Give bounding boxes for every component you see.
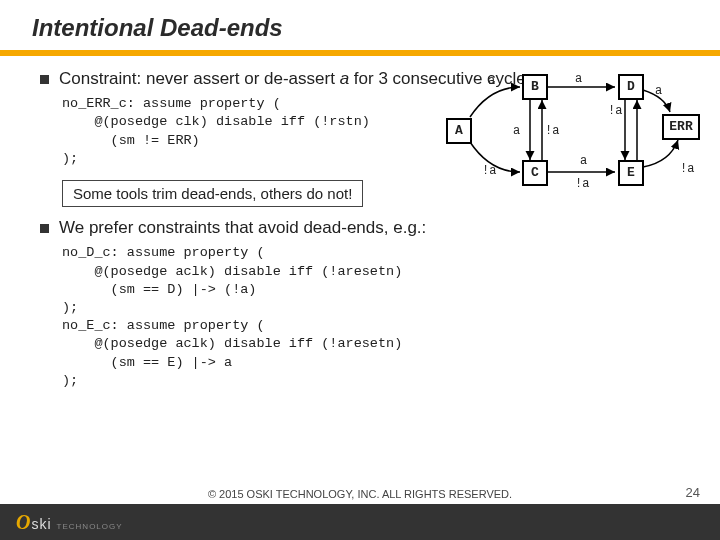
logo-rest: ski (31, 516, 51, 532)
logo-o: O (16, 511, 30, 534)
state-B: B (522, 74, 548, 100)
state-C: C (522, 160, 548, 186)
page-number: 24 (686, 485, 700, 500)
edge-label-a3: a (575, 72, 582, 86)
state-ERR: ERR (662, 114, 700, 140)
state-E: E (618, 160, 644, 186)
state-D: D (618, 74, 644, 100)
bullet-2-text: We prefer constraints that avoid dead-en… (59, 217, 426, 238)
logo-tech: TECHNOLOGY (57, 522, 123, 531)
edge-label-na4: !a (575, 177, 589, 191)
edge-label-na1: !a (482, 164, 496, 178)
footer-bar: O ski TECHNOLOGY (0, 504, 720, 540)
bullet-square-icon (40, 75, 49, 84)
accent-bar (0, 50, 720, 56)
edge-label-a5: a (655, 84, 662, 98)
code-block-2: no_D_c: assume property ( @(posedge aclk… (62, 244, 692, 390)
logo: O ski TECHNOLOGY (16, 511, 123, 534)
edge-label-a4: a (580, 154, 587, 168)
bullet-2: We prefer constraints that avoid dead-en… (40, 217, 692, 238)
note-box: Some tools trim dead-ends, others do not… (62, 180, 363, 207)
copyright-text: © 2015 OSKI TECHNOLOGY, INC. ALL RIGHTS … (208, 488, 512, 500)
content-area: Constraint: never assert or de-assert a … (0, 68, 720, 390)
slide: Intentional Dead-ends Constraint: never … (0, 0, 720, 540)
state-A: A (446, 118, 472, 144)
edge-label-na3: !a (608, 104, 622, 118)
edge-label-na2: !a (545, 124, 559, 138)
slide-title: Intentional Dead-ends (0, 0, 720, 50)
bullet1-pre: Constraint: never assert or de-assert (59, 69, 340, 88)
edge-label-a2: a (513, 124, 520, 138)
bullet-square-icon (40, 224, 49, 233)
state-diagram: A B C D E ERR a !a a !a a !a a !a a !a (430, 62, 710, 212)
edge-label-na5: !a (680, 162, 694, 176)
bullet1-var: a (340, 69, 349, 88)
edge-label-a1: a (488, 74, 495, 88)
